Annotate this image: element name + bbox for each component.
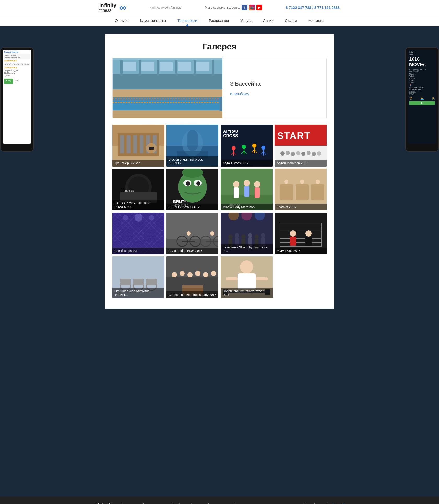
nav-promo[interactable]: Акции — [257, 15, 279, 26]
gallery-grid: Тренажерный зал Второй открытый кубок IN… — [112, 125, 327, 298]
svg-rect-32 — [149, 147, 154, 150]
youtube-icon[interactable]: ▶ — [256, 5, 262, 10]
nav-cards[interactable]: Клубные карты — [134, 15, 172, 26]
gallery-item-10[interactable]: Велопробег 16.04.2016 — [166, 213, 218, 254]
gallery-item-6[interactable]: INFINITY GYM CUP 2 INFINITY GYM CUP 2 — [166, 169, 218, 210]
footer: Infinity Fitness Фитнес-клуб Адрес: г.Ат… — [0, 497, 439, 504]
gallery-caption-10: Велопробег 16.04.2016 — [166, 248, 218, 254]
nav-contacts[interactable]: Контакты — [303, 15, 330, 26]
gallery-caption-11: Вечеринка Strong by Zumba vs In... — [221, 244, 273, 254]
svg-point-64 — [291, 152, 295, 156]
svg-rect-25 — [120, 135, 124, 153]
phone-screen-left: Личный рекорд НАПОЛЬНЫЙ ВЕЛОТРЕНАЖЕР 734… — [3, 50, 31, 144]
svg-point-98 — [300, 180, 304, 184]
gallery-caption-15: Соревнование Infinity Power 2016 — [221, 288, 273, 298]
svg-point-66 — [301, 152, 305, 156]
svg-rect-15 — [113, 97, 222, 110]
gallery-item-14[interactable]: Соревнование Fitness Lady 2016 — [166, 256, 218, 298]
svg-point-79 — [186, 181, 190, 186]
gallery-item-5[interactable]: BAIZAAR BAIZAAR CUP. INFINITY POWER 20..… — [112, 169, 164, 210]
svg-rect-89 — [244, 186, 249, 197]
logo[interactable]: Infinity fitness ∞ — [99, 2, 126, 13]
nav-about[interactable]: О клубе — [109, 15, 134, 26]
svg-rect-3 — [120, 60, 123, 76]
footer-dev-link[interactable]: Siter.KZ — [333, 503, 345, 504]
footer-hours-title: График работы клуба: — [171, 503, 212, 504]
gallery-item-9[interactable]: Бои без правил — [112, 213, 164, 254]
svg-rect-145 — [146, 279, 157, 285]
gallery-item-8[interactable]: Triathlet 2016 — [275, 169, 327, 210]
svg-rect-95 — [296, 184, 309, 200]
social-label: Мы в социальных сетях — [205, 6, 240, 9]
svg-point-49 — [252, 144, 256, 148]
svg-text:INFINITY: INFINITY — [173, 200, 186, 203]
gallery-item-13[interactable]: Официальное открытие INFINIT... — [112, 256, 164, 298]
gallery-caption-4: Atyrau Marathon 2017 — [275, 160, 327, 167]
svg-point-157 — [240, 260, 253, 273]
phone-mockup-right: Infinity fitne... 1618 MOVEs Ваш рекорд … — [405, 47, 439, 152]
featured-album[interactable]: 3 Бассейна К альбому — [112, 58, 327, 118]
svg-point-153 — [195, 271, 200, 276]
gallery-item-15[interactable]: Соревнование Infinity Power 2016 — [221, 256, 273, 298]
svg-point-86 — [233, 181, 239, 187]
svg-rect-159 — [226, 277, 238, 280]
svg-point-103 — [123, 215, 128, 220]
gallery-caption-1: Тренажерный зал — [112, 160, 164, 167]
gallery-item-7[interactable]: ARMY OF Mind & Body Marathon — [221, 169, 273, 210]
svg-rect-138 — [305, 237, 312, 246]
gallery-item-2[interactable]: Второй открытый кубок INFINITY... — [166, 125, 218, 167]
gallery-caption-7: Mind & Body Marathon — [221, 204, 273, 210]
svg-rect-7 — [194, 60, 196, 76]
svg-rect-36 — [187, 130, 198, 151]
svg-point-45 — [242, 145, 246, 149]
svg-point-63 — [286, 151, 290, 155]
svg-rect-10 — [141, 62, 154, 71]
logo-text: Infinity fitness — [99, 2, 117, 13]
svg-point-67 — [307, 151, 311, 155]
svg-rect-14 — [113, 89, 222, 97]
svg-rect-158 — [238, 273, 256, 289]
svg-rect-21 — [220, 97, 222, 111]
svg-rect-13 — [196, 62, 209, 71]
svg-point-137 — [305, 230, 312, 237]
header-subtitle: Фитнес клуб г.Атырау — [150, 6, 181, 9]
svg-rect-6 — [175, 60, 177, 76]
svg-rect-5 — [157, 60, 159, 76]
nav: О клубе Клубные карты Тренировки Расписа… — [0, 15, 439, 26]
svg-text:BAIZAAR: BAIZAAR — [123, 190, 134, 193]
gallery-item-1[interactable]: Тренажерный зал — [112, 125, 164, 167]
nav-articles[interactable]: Статьи — [279, 15, 302, 26]
svg-point-102 — [135, 214, 142, 222]
svg-point-53 — [261, 146, 265, 150]
bg-wrapper: Личный рекорд НАПОЛЬНЫЙ ВЕЛОТРЕНАЖЕР 734… — [0, 26, 439, 497]
svg-rect-4 — [139, 60, 141, 76]
nav-schedule[interactable]: Расписание — [203, 15, 235, 26]
svg-rect-136 — [290, 237, 296, 246]
svg-point-62 — [280, 151, 285, 156]
nav-services[interactable]: Услуги — [235, 15, 257, 26]
nav-trainings[interactable]: Тренировки — [172, 15, 203, 26]
svg-point-90 — [254, 181, 260, 187]
footer-col-2: График работы клуба: 07:00 - 24:00 — [171, 503, 212, 504]
svg-rect-12 — [178, 62, 191, 71]
svg-point-154 — [203, 272, 208, 277]
gallery-item-4[interactable]: START Atyrau Marathon 2017 — [275, 125, 327, 167]
footer-col-4: Разработка сайта Siter.KZ — [304, 503, 345, 504]
svg-point-124 — [241, 234, 246, 239]
gallery-item-12[interactable]: MMA 17.03.2016 — [275, 213, 327, 254]
album-link[interactable]: К альбому — [230, 91, 319, 96]
phones: 8 7122 317 788 / 8 771 121 0888 — [286, 5, 340, 10]
footer-dev-label: Разработка сайта Siter.KZ — [304, 503, 345, 504]
svg-point-128 — [255, 234, 259, 239]
instagram-icon[interactable]: 📷 — [249, 5, 255, 10]
svg-rect-9 — [123, 62, 136, 71]
facebook-icon[interactable]: f — [242, 5, 247, 10]
svg-text:CROSS: CROSS — [223, 134, 238, 138]
gallery-item-3[interactable]: ATYRAU CROSS — [221, 125, 273, 167]
svg-point-113 — [187, 231, 191, 236]
svg-rect-143 — [120, 279, 131, 285]
svg-rect-96 — [311, 184, 324, 200]
phone-right: Infinity fitne... 1618 MOVEs Ваш рекорд … — [405, 47, 439, 152]
svg-point-126 — [248, 233, 252, 237]
gallery-item-11[interactable]: Вечеринка Strong by Zumba vs In... — [221, 213, 273, 254]
